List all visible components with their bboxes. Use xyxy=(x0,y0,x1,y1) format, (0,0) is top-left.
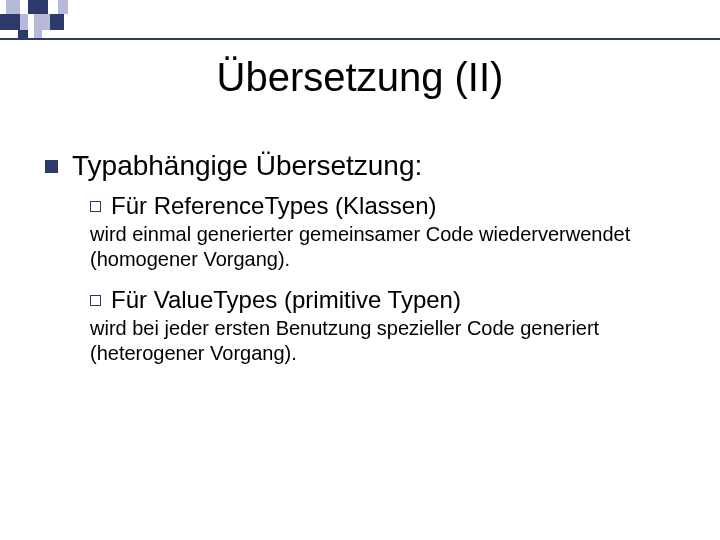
bullet-hollow-icon xyxy=(90,201,101,212)
bullet-hollow-icon xyxy=(90,295,101,306)
subitem-lead: Für ValueTypes (primitive Typen) xyxy=(111,286,461,314)
corner-decoration xyxy=(0,0,120,38)
subitem-body: wird bei jeder ersten Benutzung speziell… xyxy=(90,316,685,366)
slide-title: Übersetzung (II) xyxy=(0,55,720,100)
header-rule xyxy=(0,38,720,40)
bullet-level1: Typabhängige Übersetzung: xyxy=(45,150,685,182)
subitem-body: wird einmal generierter gemeinsamer Code… xyxy=(90,222,685,272)
slide: Übersetzung (II) Typabhängige Übersetzun… xyxy=(0,0,720,540)
section-heading: Typabhängige Übersetzung: xyxy=(72,150,422,182)
bullet-level2-item: Für ReferenceTypes (Klassen) wird einmal… xyxy=(90,192,685,272)
slide-content: Typabhängige Übersetzung: Für ReferenceT… xyxy=(45,150,685,380)
bullet-filled-icon xyxy=(45,160,58,173)
bullet-level2-item: Für ValueTypes (primitive Typen) wird be… xyxy=(90,286,685,366)
subitem-lead: Für ReferenceTypes (Klassen) xyxy=(111,192,436,220)
